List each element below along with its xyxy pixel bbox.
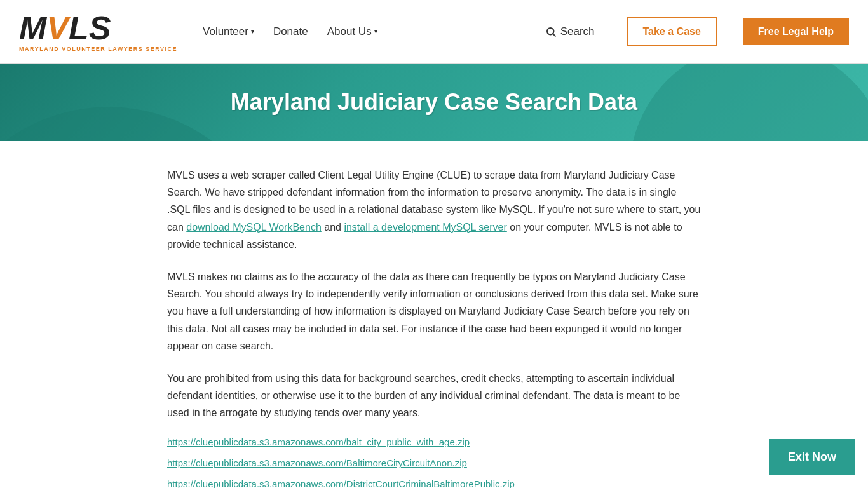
svg-line-1 — [553, 34, 555, 36]
paragraph-1: MVLS uses a web scraper called Client Le… — [167, 166, 701, 253]
take-case-button[interactable]: Take a Case — [627, 17, 717, 46]
search-label: Search — [560, 25, 595, 38]
main-content: MVLS uses a web scraper called Client Le… — [148, 141, 720, 488]
nav-donate-label: Donate — [273, 25, 308, 38]
download-link-1[interactable]: https://cluepublicdata.s3.amazonaws.com/… — [167, 437, 701, 447]
mysql-server-link[interactable]: install a development MySQL server — [344, 222, 506, 233]
logo-tagline: MARYLAND VOLUNTEER LAWYERS SERVICE — [19, 46, 177, 52]
hero-banner: Maryland Judiciary Case Search Data — [0, 64, 868, 141]
nav-volunteer[interactable]: Volunteer ▾ — [203, 25, 254, 38]
nav-about-us-label: About Us — [327, 25, 372, 38]
download-link-3[interactable]: https://cluepublicdata.s3.amazonaws.com/… — [167, 478, 701, 488]
logo-m: M — [19, 11, 46, 44]
paragraph-1-and: and — [324, 222, 341, 233]
page-title: Maryland Judiciary Case Search Data — [19, 89, 849, 116]
exit-now-container: Exit Now — [769, 439, 855, 475]
main-nav: Volunteer ▾ Donate About Us ▾ Search Tak… — [203, 17, 849, 46]
mysql-workbench-link[interactable]: download MySQL WorkBench — [186, 222, 322, 233]
search-icon — [545, 26, 557, 37]
site-header: M V LS MARYLAND VOLUNTEER LAWYERS SERVIC… — [0, 0, 868, 64]
svg-point-0 — [547, 28, 554, 35]
logo-v: V — [46, 11, 69, 44]
logo[interactable]: M V LS — [19, 11, 111, 44]
paragraph-2: MVLS makes no claims as to the accuracy … — [167, 268, 701, 355]
paragraph-3: You are prohibited from using this data … — [167, 370, 701, 422]
download-link-2[interactable]: https://cluepublicdata.s3.amazonaws.com/… — [167, 458, 701, 468]
nav-donate[interactable]: Donate — [273, 25, 308, 38]
about-us-dropdown-icon: ▾ — [374, 28, 377, 35]
logo-ls: LS — [69, 11, 111, 44]
logo-area: M V LS MARYLAND VOLUNTEER LAWYERS SERVIC… — [19, 11, 177, 52]
volunteer-dropdown-icon: ▾ — [251, 28, 254, 35]
nav-search[interactable]: Search — [545, 25, 595, 38]
exit-now-button[interactable]: Exit Now — [769, 439, 855, 475]
nav-volunteer-label: Volunteer — [203, 25, 248, 38]
free-legal-help-button[interactable]: Free Legal Help — [743, 18, 849, 45]
nav-about-us[interactable]: About Us ▾ — [327, 25, 377, 38]
